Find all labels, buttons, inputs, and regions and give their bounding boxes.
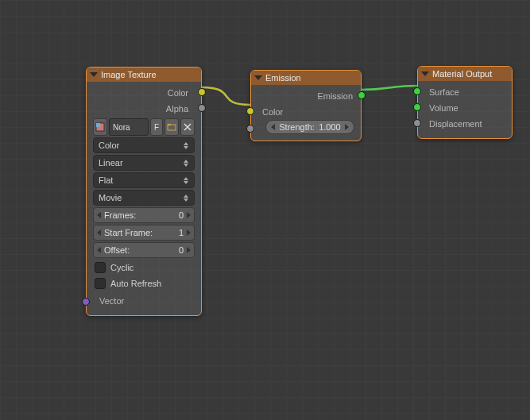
offset-label: Offset: bbox=[101, 245, 179, 255]
checkbox-icon[interactable] bbox=[95, 278, 106, 289]
node-header[interactable]: Image Texture bbox=[87, 67, 201, 82]
node-title: Emission bbox=[265, 73, 301, 83]
output-alpha-label: Alpha bbox=[166, 104, 188, 114]
unlink-image-icon[interactable] bbox=[180, 118, 195, 136]
increment-icon[interactable] bbox=[187, 212, 191, 218]
updown-icon bbox=[183, 160, 189, 167]
collapse-icon[interactable] bbox=[421, 71, 429, 76]
input-vector-row: Vector bbox=[93, 293, 195, 309]
input-displacement-row: Displacement bbox=[418, 116, 512, 132]
input-displacement-label: Displacement bbox=[429, 119, 482, 129]
strength-value: 1.000 bbox=[319, 122, 341, 132]
strength-label: Strength: bbox=[279, 122, 315, 132]
svg-rect-3 bbox=[168, 124, 171, 125]
node-links bbox=[0, 0, 530, 420]
increment-icon[interactable] bbox=[187, 229, 191, 236]
socket-input-color[interactable] bbox=[246, 107, 254, 115]
fake-user-button[interactable]: F bbox=[150, 118, 163, 136]
collapse-icon[interactable] bbox=[90, 72, 98, 77]
input-vector-label: Vector bbox=[99, 296, 124, 306]
node-image-texture[interactable]: Image Texture Color Alpha Nora F bbox=[86, 67, 202, 316]
start-frame-label: Start Frame: bbox=[101, 228, 179, 237]
output-emission-row: Emission bbox=[251, 88, 361, 104]
socket-input-volume[interactable] bbox=[413, 103, 421, 111]
node-body: Surface Volume Displacement bbox=[418, 81, 512, 138]
node-emission[interactable]: Emission Emission Color Strength: 1.000 bbox=[250, 70, 362, 141]
browse-image-icon[interactable] bbox=[93, 118, 107, 136]
increment-icon[interactable] bbox=[187, 247, 191, 253]
auto-refresh-checkbox-row[interactable]: Auto Refresh bbox=[93, 276, 195, 291]
dropdown-label: Flat bbox=[99, 175, 113, 185]
start-frame-value: 1 bbox=[179, 228, 187, 237]
node-header[interactable]: Emission bbox=[251, 71, 361, 85]
dropdown-label: Color bbox=[99, 141, 119, 150]
socket-output-color[interactable] bbox=[198, 88, 206, 96]
output-color-label: Color bbox=[168, 88, 188, 98]
input-color-row: Color bbox=[251, 104, 361, 120]
start-frame-field[interactable]: Start Frame: 1 bbox=[93, 225, 195, 241]
socket-output-alpha[interactable] bbox=[198, 104, 206, 112]
input-color-label: Color bbox=[262, 107, 283, 117]
socket-input-vector[interactable] bbox=[82, 298, 90, 306]
svg-rect-1 bbox=[96, 123, 100, 127]
node-material-output[interactable]: Material Output Surface Volume Displacem… bbox=[417, 66, 513, 139]
frames-label: Frames: bbox=[101, 210, 179, 220]
frames-field[interactable]: Frames: 0 bbox=[93, 207, 195, 223]
dropdown-color-space[interactable]: Color bbox=[93, 137, 195, 153]
cyclic-label: Cyclic bbox=[110, 263, 133, 272]
image-name-field[interactable]: Nora bbox=[109, 118, 149, 136]
output-emission-label: Emission bbox=[317, 91, 353, 101]
output-alpha-row: Alpha bbox=[93, 101, 195, 117]
socket-input-displacement[interactable] bbox=[413, 119, 421, 127]
strength-field[interactable]: Strength: 1.000 bbox=[265, 120, 354, 134]
socket-output-emission[interactable] bbox=[358, 91, 366, 99]
dropdown-interpolation[interactable]: Linear bbox=[93, 155, 195, 171]
image-name-label: Nora bbox=[113, 123, 130, 132]
checkbox-icon[interactable] bbox=[95, 262, 106, 273]
decrement-icon[interactable] bbox=[271, 124, 275, 130]
svg-rect-2 bbox=[168, 125, 176, 130]
updown-icon bbox=[183, 142, 189, 149]
increment-icon[interactable] bbox=[345, 124, 349, 130]
dropdown-projection[interactable]: Flat bbox=[93, 172, 195, 188]
socket-input-surface[interactable] bbox=[413, 87, 421, 95]
node-header[interactable]: Material Output bbox=[418, 67, 512, 81]
offset-value: 0 bbox=[179, 245, 187, 255]
image-datablock-row: Nora F bbox=[93, 118, 195, 136]
collapse-icon[interactable] bbox=[254, 75, 262, 80]
dropdown-label: Linear bbox=[99, 158, 123, 168]
updown-icon bbox=[183, 177, 189, 184]
input-surface-label: Surface bbox=[429, 87, 459, 97]
fake-user-label: F bbox=[154, 123, 159, 132]
updown-icon bbox=[183, 195, 189, 202]
cyclic-checkbox-row[interactable]: Cyclic bbox=[93, 260, 195, 276]
node-title: Image Texture bbox=[101, 70, 157, 79]
auto-refresh-label: Auto Refresh bbox=[110, 279, 161, 288]
socket-input-strength[interactable] bbox=[246, 125, 254, 133]
node-title: Material Output bbox=[432, 69, 492, 79]
output-color-row: Color bbox=[93, 85, 195, 101]
node-body: Color Alpha Nora F Color bbox=[87, 82, 201, 315]
offset-field[interactable]: Offset: 0 bbox=[93, 242, 195, 258]
dropdown-source[interactable]: Movie bbox=[93, 190, 195, 206]
input-volume-row: Volume bbox=[418, 100, 512, 116]
open-image-icon[interactable] bbox=[164, 118, 179, 136]
node-body: Emission Color Strength: 1.000 bbox=[251, 85, 361, 141]
input-surface-row: Surface bbox=[418, 84, 512, 100]
frames-value: 0 bbox=[179, 210, 187, 220]
input-volume-label: Volume bbox=[429, 103, 458, 113]
dropdown-label: Movie bbox=[99, 193, 122, 202]
